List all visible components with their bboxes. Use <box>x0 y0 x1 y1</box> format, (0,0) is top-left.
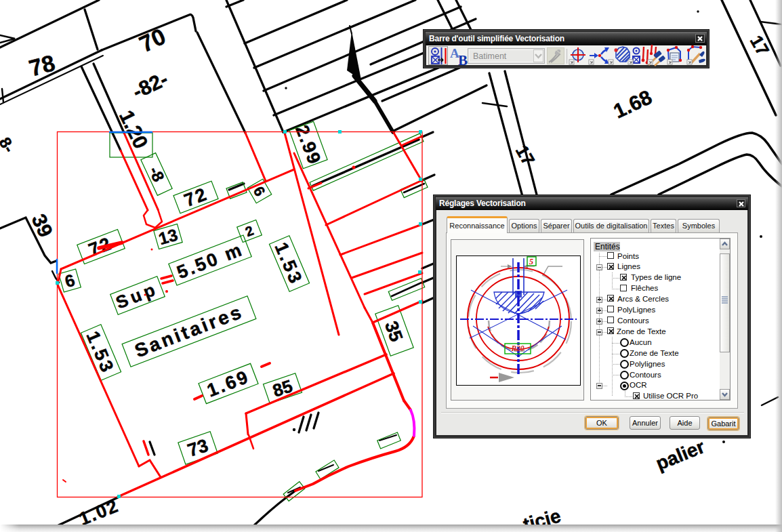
svg-text:-82-: -82- <box>129 67 171 102</box>
svg-text:8-: 8- <box>0 134 18 156</box>
svg-text:palier: palier <box>653 436 707 474</box>
svg-text:6: 6 <box>250 184 269 199</box>
svg-text:17: 17 <box>512 142 539 169</box>
svg-text:5.50 m: 5.50 m <box>174 239 246 283</box>
svg-text:1.20: 1.20 <box>115 106 152 152</box>
svg-text:5: 5 <box>529 257 533 266</box>
svg-text:78: 78 <box>26 49 58 81</box>
svg-text:-8: -8 <box>146 163 168 184</box>
svg-text:2.99: 2.99 <box>291 122 325 167</box>
svg-text:39: 39 <box>27 211 57 241</box>
svg-text:6: 6 <box>62 270 77 291</box>
svg-text:B: B <box>458 52 468 68</box>
svg-text:1.69: 1.69 <box>204 366 252 401</box>
svg-text:R20: R20 <box>510 344 524 352</box>
svg-text:70: 70 <box>136 23 169 57</box>
svg-text:13: 13 <box>157 225 180 249</box>
svg-text:2: 2 <box>243 223 255 240</box>
svg-text:Batiment: Batiment <box>473 52 507 61</box>
svg-text:17: 17 <box>746 32 773 59</box>
svg-text:1.68: 1.68 <box>610 85 655 123</box>
svg-text:Sanitaires: Sanitaires <box>131 301 246 361</box>
